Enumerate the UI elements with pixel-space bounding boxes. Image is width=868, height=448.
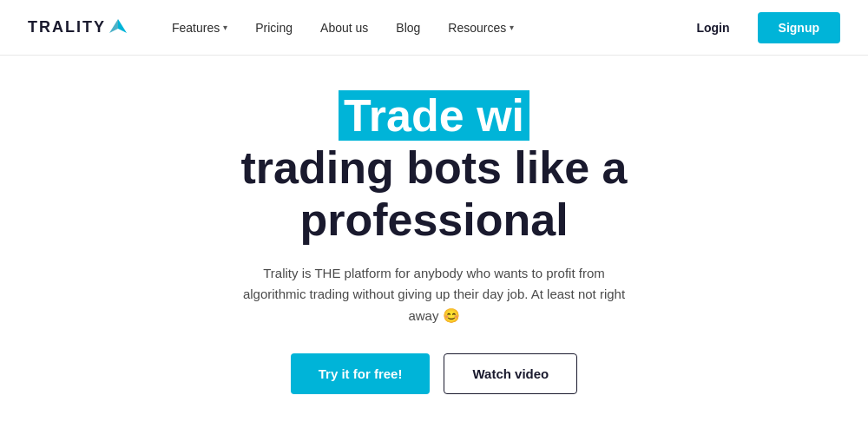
nav-item-pricing[interactable]: Pricing	[245, 14, 303, 42]
svg-marker-1	[109, 19, 118, 33]
svg-marker-0	[118, 19, 127, 33]
nav-label-resources: Resources	[448, 21, 506, 35]
nav-item-resources[interactable]: Resources ▾	[437, 14, 524, 42]
logo[interactable]: TRALITY	[28, 18, 127, 36]
headline-line2: professional	[299, 194, 568, 245]
cta-primary-button[interactable]: Try it for free!	[291, 353, 431, 394]
hero-emoji: 😊	[443, 308, 460, 323]
hero-section: Trade wi trading bots like a professiona…	[0, 56, 868, 420]
nav-item-about[interactable]: About us	[310, 14, 378, 42]
hero-buttons: Try it for free! Watch video	[291, 353, 577, 394]
headline-line1: trading bots like a	[241, 142, 628, 193]
nav-item-features[interactable]: Features ▾	[161, 14, 238, 42]
nav-right: Login Signup	[682, 12, 840, 43]
hero-headline: Trade wi trading bots like a professiona…	[241, 90, 628, 246]
login-button[interactable]: Login	[682, 14, 743, 42]
signup-button[interactable]: Signup	[758, 12, 840, 43]
navbar: TRALITY Features ▾ Pricing About us Blog…	[0, 0, 868, 56]
cta-secondary-button[interactable]: Watch video	[444, 353, 577, 394]
nav-label-features: Features	[172, 21, 220, 35]
chevron-down-icon: ▾	[223, 23, 227, 32]
nav-links: Features ▾ Pricing About us Blog Resourc…	[161, 14, 682, 42]
nav-label-pricing: Pricing	[255, 21, 293, 35]
nav-item-blog[interactable]: Blog	[385, 14, 431, 42]
headline-highlighted-text: Trade wi	[339, 90, 529, 141]
nav-label-blog: Blog	[396, 21, 420, 35]
chevron-down-icon-resources: ▾	[510, 23, 514, 32]
nav-label-about: About us	[320, 21, 368, 35]
logo-text: TRALITY	[28, 18, 106, 36]
hero-subtext: Trality is THE platform for anybody who …	[230, 263, 638, 327]
logo-icon	[109, 17, 127, 35]
